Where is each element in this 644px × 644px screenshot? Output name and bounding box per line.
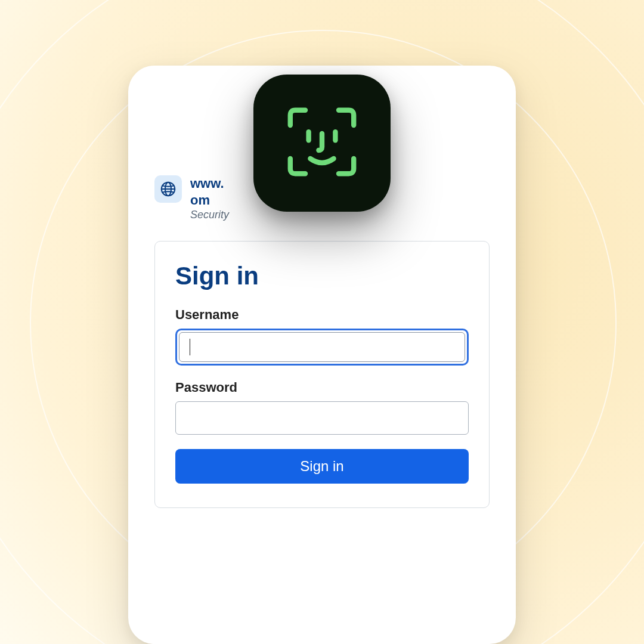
username-focus-ring <box>175 329 469 366</box>
site-url-right: om <box>190 193 210 208</box>
password-label: Password <box>175 380 469 395</box>
face-id-icon <box>280 100 364 186</box>
password-field-block: Password <box>175 380 469 435</box>
form-title: Sign in <box>175 262 469 290</box>
username-input[interactable] <box>179 332 465 362</box>
username-label: Username <box>175 307 469 323</box>
site-url-left: www. <box>190 176 224 191</box>
stage: www. xxxxxxxxxxxx om Security Sign in Us… <box>0 0 644 644</box>
text-cursor <box>190 339 190 355</box>
face-id-overlay[interactable] <box>253 75 391 212</box>
password-input[interactable] <box>175 401 469 435</box>
globe-icon <box>154 175 182 203</box>
username-field-block: Username <box>175 307 469 366</box>
signin-button[interactable]: Sign in <box>175 449 469 484</box>
signin-form: Sign in Username Password Sign in <box>154 241 490 508</box>
